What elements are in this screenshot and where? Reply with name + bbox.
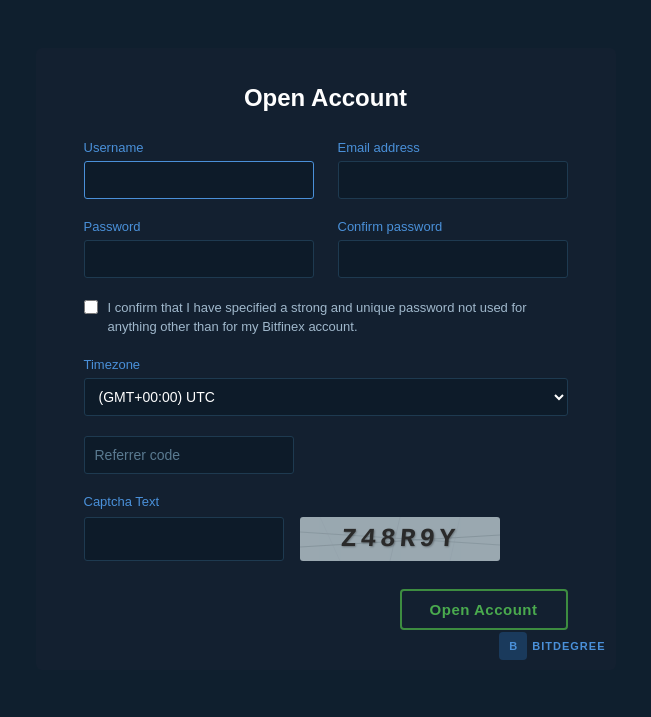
password-input[interactable] [84, 240, 314, 278]
timezone-label: Timezone [84, 357, 568, 372]
timezone-select[interactable]: (GMT+00:00) UTC [84, 378, 568, 416]
bitdegree-badge: B BITDEGREE [499, 632, 605, 660]
open-account-button[interactable]: Open Account [400, 589, 568, 630]
email-input[interactable] [338, 161, 568, 199]
password-row: Password Confirm password [84, 219, 568, 278]
username-label: Username [84, 140, 314, 155]
captcha-label: Captcha Text [84, 494, 568, 509]
confirm-password-group: Confirm password [338, 219, 568, 278]
bitdegree-text: BITDEGREE [532, 640, 605, 652]
password-group: Password [84, 219, 314, 278]
captcha-row: Z48R9Y [84, 517, 568, 561]
page-title: Open Account [84, 84, 568, 112]
captcha-section: Captcha Text Z48R9Y [84, 494, 568, 561]
password-label: Password [84, 219, 314, 234]
checkbox-label: I confirm that I have specified a strong… [108, 298, 568, 337]
svg-line-2 [320, 517, 340, 561]
name-email-row: Username Email address [84, 140, 568, 199]
referrer-row [84, 436, 568, 474]
captcha-image: Z48R9Y [300, 517, 500, 561]
email-group: Email address [338, 140, 568, 199]
referrer-input[interactable] [84, 436, 294, 474]
registration-card: Open Account Username Email address Pass… [36, 48, 616, 670]
captcha-input[interactable] [84, 517, 284, 561]
submit-row: Open Account [84, 589, 568, 630]
password-confirm-row: I confirm that I have specified a strong… [84, 298, 568, 337]
confirm-password-label: Confirm password [338, 219, 568, 234]
confirm-password-input[interactable] [338, 240, 568, 278]
email-label: Email address [338, 140, 568, 155]
captcha-text: Z48R9Y [339, 524, 459, 554]
username-group: Username [84, 140, 314, 199]
username-input[interactable] [84, 161, 314, 199]
password-confirm-checkbox[interactable] [84, 300, 98, 314]
timezone-section: Timezone (GMT+00:00) UTC [84, 357, 568, 416]
bitdegree-icon: B [499, 632, 527, 660]
